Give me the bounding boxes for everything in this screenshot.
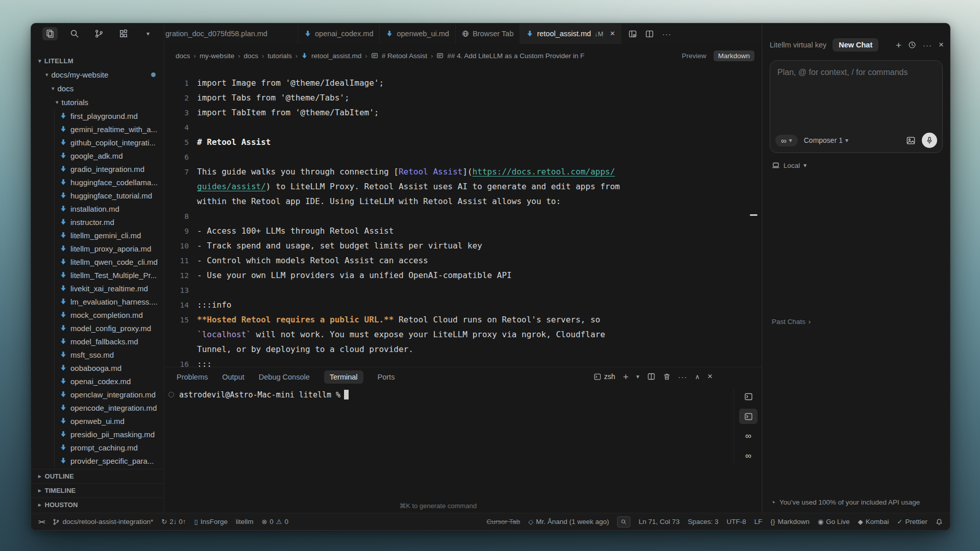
more-actions-icon[interactable]: ··· <box>662 30 671 38</box>
insforge-extension[interactable]: ▯ InsForge <box>194 518 227 525</box>
file-list-item[interactable]: openai_codex.md <box>31 374 164 388</box>
eol-status[interactable]: LF <box>754 518 763 525</box>
tab-retool-assist-md[interactable]: retool_assist.md ↓M × <box>520 23 621 44</box>
file-list-item[interactable]: gradio_integration.md <box>31 162 164 176</box>
folder-docs-my-website[interactable]: ▾ docs/my-website <box>31 68 164 82</box>
terminal-prompt-line[interactable]: astrodevil@Astro-Mac-mini litellm % <box>177 390 762 399</box>
file-list-item[interactable]: msft_sso.md <box>31 348 164 361</box>
section-timeline[interactable]: ▸ TIMELINE <box>31 483 164 497</box>
source-control-button[interactable] <box>91 27 107 40</box>
file-list-item[interactable]: litellm_qwen_code_cli.md <box>31 255 164 268</box>
file-list-item[interactable]: openclaw_integration.md <box>31 388 164 401</box>
breadcrumb-segment[interactable]: tutorials <box>267 52 291 60</box>
breadcrumb-segment[interactable]: docs <box>176 52 190 60</box>
file-list-item[interactable]: provider_specific_para... <box>31 454 164 467</box>
file-list-item[interactable]: livekit_xai_realtime.md <box>31 282 164 295</box>
search-toggle-button[interactable] <box>617 516 630 528</box>
chat-tab-previous[interactable]: Litellm virtual key <box>770 41 826 49</box>
tab-debug-console[interactable]: Debug Console <box>259 373 310 381</box>
folder-tutorials[interactable]: ▾ tutorials <box>31 95 164 109</box>
tab-terminal[interactable]: Terminal <box>324 370 363 384</box>
file-list-item[interactable]: litellm_proxy_aporia.md <box>31 242 164 255</box>
section-houston[interactable]: ▸ HOUSTON <box>31 497 164 512</box>
file-list-item[interactable]: presidio_pii_masking.md <box>31 428 164 441</box>
extensions-button[interactable] <box>116 27 131 40</box>
workspace-root[interactable]: ▾ LITELLM <box>31 54 164 68</box>
kombai-status[interactable]: ◆ Kombai <box>858 518 889 525</box>
file-list-item[interactable]: github_copilot_integrati... <box>31 136 164 149</box>
chat-input[interactable] <box>776 67 938 132</box>
explorer-button[interactable] <box>42 27 58 40</box>
search-button[interactable] <box>67 27 82 40</box>
task-infinity-icon[interactable]: ∞ <box>739 448 757 464</box>
chat-close-icon[interactable]: × <box>939 40 944 50</box>
notifications-bell-icon[interactable] <box>936 518 943 525</box>
file-list-item[interactable]: litellm_gemini_cli.md <box>31 229 164 242</box>
file-list-item[interactable]: lm_evaluation_harness.... <box>31 295 164 308</box>
file-list-item[interactable]: huggingface_codellama... <box>31 176 164 189</box>
history-clock-icon[interactable] <box>908 41 916 49</box>
environment-selector[interactable]: Local ▾ <box>772 161 806 169</box>
markdown-mode-badge[interactable]: Markdown <box>714 51 754 61</box>
past-chats-section[interactable]: Past Chats › <box>772 318 811 325</box>
git-sync-status[interactable]: ↻ 2↓ 0↑ <box>161 518 186 525</box>
model-selector[interactable]: Composer 1 ▾ <box>804 136 848 144</box>
file-list-item[interactable]: mock_completion.md <box>31 308 164 321</box>
go-live-status[interactable]: ◉ Go Live <box>818 518 850 525</box>
prettier-status[interactable]: ✓ Prettier <box>897 518 927 525</box>
remote-indicator-icon[interactable]: >< <box>38 518 44 525</box>
file-list-item[interactable]: gemini_realtime_with_a... <box>31 122 164 136</box>
tab-openweb-ui-md[interactable]: openweb_ui.md <box>380 23 455 44</box>
file-list-item[interactable]: oobabooga.md <box>31 361 164 374</box>
split-terminal-icon[interactable] <box>647 372 655 381</box>
new-chat-tab[interactable]: New Chat <box>832 38 878 52</box>
new-terminal-button[interactable]: + <box>623 372 628 382</box>
terminal-more-icon[interactable]: ··· <box>678 372 688 381</box>
new-chat-plus-icon[interactable]: + <box>896 40 901 50</box>
terminal-instance-icon[interactable] <box>739 389 757 404</box>
preview-button[interactable]: Preview <box>682 52 706 60</box>
editor-content[interactable]: 1import Image from '@theme/IdealImage'; … <box>164 64 762 367</box>
breadcrumb-segment[interactable]: ## 4. Add LiteLLM as a Custom Provider i… <box>447 52 584 60</box>
close-panel-icon[interactable]: × <box>707 371 713 382</box>
file-list-item[interactable]: instructor.md <box>31 215 164 229</box>
maximize-panel-icon[interactable]: ∧ <box>695 373 700 381</box>
tab-browser-tab[interactable]: Browser Tab <box>456 23 520 44</box>
file-list-item[interactable]: huggingface_tutorial.md <box>31 189 164 202</box>
tab-close-icon[interactable]: × <box>610 29 615 38</box>
indentation-status[interactable]: Spaces: 3 <box>688 518 719 525</box>
chat-more-icon[interactable]: ··· <box>923 41 932 49</box>
tab-openai-codex-md[interactable]: openai_codex.md <box>298 23 380 44</box>
workspace-status[interactable]: litellm <box>236 518 254 525</box>
cursor-position-status[interactable]: Ln 71, Col 73 <box>639 518 679 525</box>
editor-scrollbar-handle[interactable] <box>750 214 757 216</box>
git-blame-status[interactable]: ◇ Mr. Ånand (1 week ago) <box>528 518 609 525</box>
tab-ports[interactable]: Ports <box>378 373 395 381</box>
file-list-item[interactable]: openweb_ui.md <box>31 414 164 428</box>
markdown-link-url[interactable]: https://docs.retool.com/apps/ <box>472 167 615 177</box>
markdown-link-url[interactable]: guides/assist/ <box>197 182 266 191</box>
kill-terminal-icon[interactable] <box>663 373 671 381</box>
tab-plan-md[interactable]: gration_doc_d075fd58.plan.md <box>164 23 298 44</box>
language-mode-status[interactable]: {} Markdown <box>771 518 810 525</box>
breadcrumb-segment[interactable]: my-website <box>200 52 234 60</box>
open-changes-icon[interactable] <box>628 30 637 38</box>
breadcrumb-segment[interactable]: # Retool Assist <box>382 52 427 60</box>
voice-input-button[interactable] <box>922 133 937 148</box>
agent-mode-pill[interactable]: ∞ ▾ <box>775 135 798 146</box>
image-attach-icon[interactable] <box>906 136 916 145</box>
file-list-item[interactable]: installation.md <box>31 202 164 215</box>
split-editor-icon[interactable] <box>645 30 654 38</box>
file-list-item[interactable]: prompt_caching.md <box>31 441 164 454</box>
shell-selector[interactable]: zsh <box>594 372 616 381</box>
section-outline[interactable]: ▸ OUTLINE <box>31 469 164 483</box>
chevron-down-icon[interactable]: ▾ <box>636 373 640 380</box>
tab-output[interactable]: Output <box>222 373 244 381</box>
task-infinity-icon[interactable]: ∞ <box>739 429 757 444</box>
breadcrumb-segment[interactable]: docs <box>243 52 258 60</box>
git-branch-status[interactable]: docs/retool-assist-integration* <box>53 518 153 525</box>
problems-status[interactable]: ⊗ 0 ⚠ 0 <box>261 518 288 525</box>
file-list-item[interactable]: model_config_proxy.md <box>31 321 164 335</box>
breadcrumb-segment[interactable]: retool_assist.md <box>311 52 361 60</box>
more-views-button[interactable]: ▾ <box>140 27 156 40</box>
